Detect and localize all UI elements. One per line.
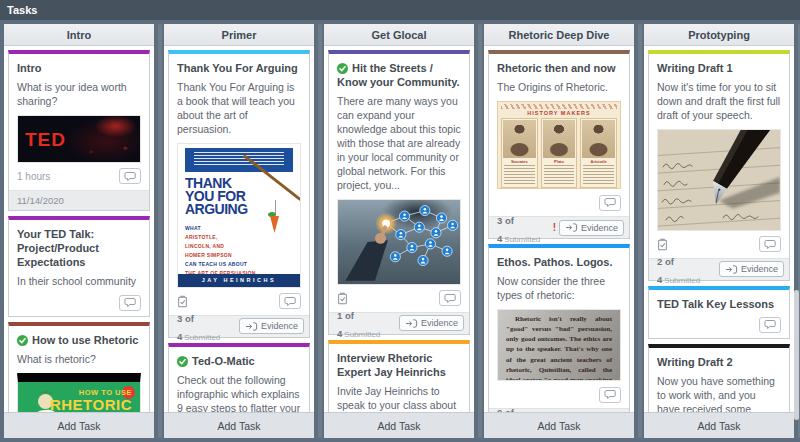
task-card[interactable]: Writing Draft 2 Now you have something t… bbox=[648, 344, 790, 412]
task-description: Check out the following infographic whic… bbox=[177, 374, 301, 412]
task-title: Writing Draft 1 bbox=[657, 61, 781, 75]
task-title: Writing Draft 2 bbox=[657, 355, 781, 369]
task-card[interactable]: How to use Rhetoric What is rhetoric? HO… bbox=[8, 322, 150, 412]
add-task-button[interactable]: Add Task bbox=[644, 412, 794, 438]
philosopher-figure: Aristotle bbox=[580, 118, 617, 188]
comment-icon bbox=[604, 391, 614, 399]
task-card[interactable]: Ted-O-Matic Check out the following info… bbox=[168, 343, 310, 412]
checklist-icon[interactable] bbox=[177, 295, 188, 308]
task-title: Thank You For Arguing bbox=[177, 61, 301, 75]
evidence-button[interactable]: Evidence bbox=[719, 261, 784, 277]
task-card[interactable]: Writing Draft 1 Now it's time for you to… bbox=[648, 50, 790, 281]
column-primer: Primer Thank You For Arguing Thank You F… bbox=[164, 24, 314, 438]
task-description: Now consider the three types of rhetoric… bbox=[497, 275, 621, 303]
add-task-button[interactable]: Add Task bbox=[164, 412, 314, 438]
comment-icon bbox=[444, 294, 454, 302]
comment-icon bbox=[604, 199, 614, 207]
task-title: Hit the Streets / Know your Community. bbox=[337, 61, 461, 89]
task-title: How to use Rhetoric bbox=[17, 333, 141, 347]
network-nodes bbox=[390, 205, 457, 265]
comment-icon bbox=[284, 297, 294, 305]
community-network-image bbox=[337, 199, 461, 285]
add-task-button[interactable]: Add Task bbox=[484, 412, 634, 438]
submission-bar: 3 of 4Submitted ! Evidence bbox=[489, 216, 629, 238]
completed-check-icon bbox=[17, 335, 28, 346]
add-task-button[interactable]: Add Task bbox=[324, 412, 474, 438]
column-body: Thank You For Arguing Thank You For Argu… bbox=[164, 46, 314, 412]
column-title: Prototyping bbox=[688, 29, 750, 41]
add-task-button[interactable]: Add Task bbox=[4, 412, 154, 438]
app-header: Tasks bbox=[0, 0, 800, 20]
pointing-arm bbox=[345, 227, 388, 281]
fountain-pen-image bbox=[657, 129, 781, 231]
task-card[interactable]: Interview Rhetoric Expert Jay Heinrichs … bbox=[328, 340, 470, 412]
quote-page-image: Rhetoric isn't really about "good" versu… bbox=[497, 309, 621, 381]
submission-bar: 3 of 4Submitted Evidence bbox=[169, 315, 309, 337]
evidence-button[interactable]: Evidence bbox=[559, 220, 624, 236]
app-title: Tasks bbox=[7, 4, 37, 16]
completed-check-icon bbox=[177, 356, 188, 367]
comments-button[interactable] bbox=[759, 317, 781, 333]
task-card[interactable]: Intro What is your idea worth sharing? T… bbox=[8, 50, 150, 211]
quote-text: Rhetoric isn't really about "good" versu… bbox=[506, 314, 612, 381]
column-body: Hit the Streets / Know your Community. T… bbox=[324, 46, 474, 412]
checklist-icon[interactable] bbox=[657, 238, 668, 251]
evidence-icon bbox=[406, 320, 417, 327]
philosopher-figure: Socrates bbox=[501, 118, 538, 188]
column-intro: Intro Intro What is your idea worth shar… bbox=[4, 24, 154, 438]
add-task-label: Add Task bbox=[378, 420, 421, 432]
submission-bar: 1 of 4Submitted Evidence bbox=[329, 312, 469, 334]
task-title: Ted-O-Matic bbox=[177, 354, 301, 368]
column-header[interactable]: Get Glocal bbox=[324, 24, 474, 46]
evidence-icon bbox=[566, 224, 577, 231]
video-title-line: RHETORIC bbox=[50, 397, 132, 412]
column-header[interactable]: Intro bbox=[4, 24, 154, 46]
add-task-label: Add Task bbox=[218, 420, 261, 432]
column-header[interactable]: Primer bbox=[164, 24, 314, 46]
column-get-glocal: Get Glocal Hit the Streets / Know your C… bbox=[324, 24, 474, 438]
book-title-text: THANK YOU FOR ARGUING bbox=[185, 177, 261, 217]
column-title: Rhetoric Deep Dive bbox=[509, 29, 610, 41]
checklist-icon[interactable] bbox=[337, 292, 348, 305]
comments-button[interactable] bbox=[759, 236, 781, 252]
task-card[interactable]: Thank You For Arguing Thank You For Argu… bbox=[168, 50, 310, 338]
portrait-aristotle bbox=[582, 120, 615, 158]
scrollbar[interactable] bbox=[794, 290, 799, 420]
comment-icon bbox=[124, 173, 134, 181]
add-task-label: Add Task bbox=[538, 420, 581, 432]
comment-icon bbox=[124, 299, 134, 307]
task-card[interactable]: Rhetoric then and now The Origins of Rhe… bbox=[488, 50, 630, 239]
comments-button[interactable] bbox=[119, 295, 141, 311]
task-card[interactable]: Your TED Talk: Project/Product Expectati… bbox=[8, 216, 150, 317]
column-title: Intro bbox=[67, 29, 91, 41]
submission-bar: 2 of 4Submitted Evidence bbox=[649, 258, 789, 280]
task-title: Interview Rhetoric Expert Jay Heinrichs bbox=[337, 351, 461, 379]
evidence-button[interactable]: Evidence bbox=[399, 315, 464, 331]
comments-button[interactable] bbox=[119, 168, 141, 184]
column-header[interactable]: Rhetoric Deep Dive bbox=[484, 24, 634, 46]
portrait-plato bbox=[543, 120, 576, 158]
completed-check-icon bbox=[337, 63, 348, 74]
task-description: Now you have something to work with, and… bbox=[657, 375, 781, 412]
task-card[interactable]: Ethos. Pathos. Logos. Now consider the t… bbox=[488, 244, 630, 412]
portrait-socrates bbox=[503, 120, 536, 158]
column-prototyping: Prototyping Writing Draft 1 Now it's tim… bbox=[644, 24, 794, 438]
task-title: Rhetoric then and now bbox=[497, 61, 621, 75]
comments-button[interactable] bbox=[279, 293, 301, 309]
task-card[interactable]: TED Talk Key Lessons bbox=[648, 286, 790, 339]
comments-button[interactable] bbox=[599, 195, 621, 211]
comment-icon bbox=[764, 240, 774, 248]
evidence-button[interactable]: Evidence bbox=[239, 318, 304, 334]
book-author-text: JAY HEINRICHS bbox=[178, 274, 300, 287]
comments-button[interactable] bbox=[439, 290, 461, 306]
rhetoric-video-thumbnail: HOW TO USE RHETORIC ...TO GET WHAT YOU W… bbox=[17, 373, 141, 412]
task-description: Now it's time for you to sit down and dr… bbox=[657, 81, 781, 123]
comments-button[interactable] bbox=[599, 387, 621, 403]
add-task-label: Add Task bbox=[698, 420, 741, 432]
task-description: What is your idea worth sharing? bbox=[17, 81, 141, 109]
task-card[interactable]: Hit the Streets / Know your Community. T… bbox=[328, 50, 470, 335]
column-header[interactable]: Prototyping bbox=[644, 24, 794, 46]
column-title: Get Glocal bbox=[371, 29, 426, 41]
task-description: The Origins of Rhetoric. bbox=[497, 81, 621, 95]
task-title-text: Hit the Streets / Know your Community. bbox=[337, 62, 460, 88]
